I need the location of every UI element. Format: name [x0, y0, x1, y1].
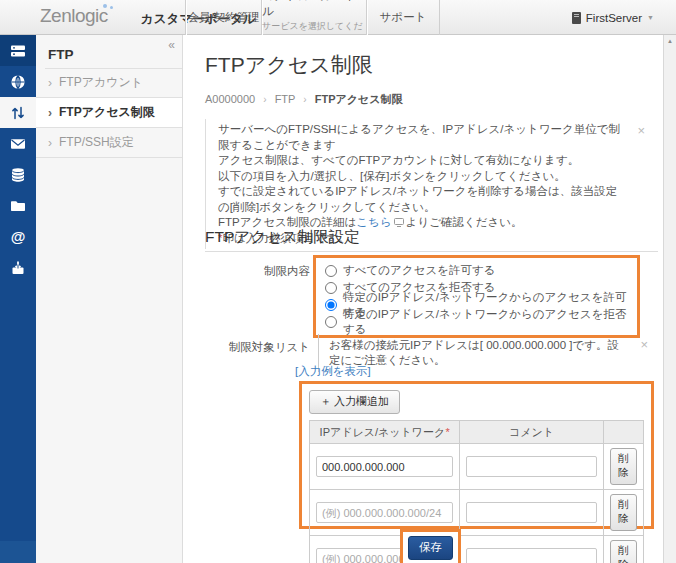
nav-support[interactable]: サポート: [367, 0, 440, 35]
comment-input[interactable]: [466, 502, 597, 523]
submenu-item-label: FTP/SSH設定: [59, 134, 134, 151]
top-header: Zenlogic カスタマーポータル 会員/契約管理 コントロールパネル サービ…: [0, 0, 676, 35]
nav-label: サポート: [380, 10, 427, 25]
menu-icon: [10, 43, 26, 59]
restriction-label: 制限内容: [205, 264, 310, 279]
ip-input[interactable]: [316, 456, 453, 477]
submenu-title: FTP: [48, 47, 74, 62]
submenu-item-label: FTPアカウント: [59, 74, 143, 91]
radio-label: すべてのアクセスを許可する: [343, 263, 495, 278]
details-link[interactable]: こちら: [356, 216, 391, 228]
breadcrumb-item[interactable]: FTP: [275, 93, 296, 105]
breadcrumb-current: FTPアクセス制限: [315, 93, 403, 105]
save-button-highlight: 保存: [400, 529, 461, 563]
add-row-button[interactable]: ＋ 入力欄追加: [309, 390, 400, 414]
database-icon: [10, 167, 26, 183]
radio-deny-specific[interactable]: 特定のIPアドレス/ネットワークからのアクセスを拒否する: [325, 313, 628, 330]
radio-input[interactable]: [325, 265, 337, 277]
delete-button[interactable]: 削除: [610, 448, 637, 485]
mail-icon: [10, 136, 26, 152]
sidebar-item-files[interactable]: [0, 190, 36, 221]
account-name: FirstServer: [586, 12, 642, 24]
rail-footer: [0, 541, 36, 563]
notice-text: よりご確認ください。: [406, 216, 523, 228]
nav-label: コントロールパネル: [262, 0, 366, 19]
radio-input[interactable]: [325, 282, 337, 294]
icon-rail: @: [0, 35, 36, 563]
account-menu[interactable]: FirstServer ▼: [572, 0, 654, 35]
collapse-sidebar-icon[interactable]: «: [168, 38, 175, 52]
close-icon[interactable]: ×: [640, 337, 648, 352]
sidebar-item-install[interactable]: [0, 252, 36, 283]
vertical-scrollbar[interactable]: ▲: [663, 35, 676, 563]
notice-line: 以下の項目を入力/選択し、[保存]ボタンをクリックしてください。: [218, 169, 625, 185]
notice-line: すでに設定されているIPアドレス/ネットワークを削除する場合は、該当設定の[削除…: [218, 184, 625, 215]
main-content: FTPアクセス制限 A0000000 › FTP › FTPアクセス制限 × サ…: [183, 35, 663, 563]
logo-dot-icon: [110, 6, 113, 9]
ip-input[interactable]: [316, 502, 453, 523]
submenu-item-ftp-account[interactable]: › FTPアカウント: [36, 68, 182, 98]
breadcrumb: A0000000 › FTP › FTPアクセス制限: [205, 92, 403, 107]
table-row: 削除: [310, 536, 644, 563]
at-icon: @: [11, 229, 26, 244]
app-window: Zenlogic カスタマーポータル 会員/契約管理 コントロールパネル サービ…: [0, 0, 676, 563]
divider: [205, 251, 658, 252]
scroll-up-arrow-icon[interactable]: ▲: [664, 35, 676, 47]
ip-table-highlight: ＋ 入力欄追加 IPアドレス/ネットワーク* コメント 削除: [299, 381, 654, 529]
breadcrumb-item[interactable]: A0000000: [205, 93, 255, 105]
radio-input[interactable]: [325, 299, 337, 311]
radio-allow-all[interactable]: すべてのアクセスを許可する: [325, 262, 628, 279]
submenu-item-ftp-access-restriction[interactable]: › FTPアクセス制限: [36, 98, 182, 128]
nav-member-contract[interactable]: 会員/契約管理: [185, 0, 262, 35]
show-example-link[interactable]: [入力例を表示]: [295, 364, 371, 379]
close-icon[interactable]: ×: [637, 123, 645, 139]
globe-icon: [10, 74, 26, 90]
nav-label: 会員/契約管理: [187, 10, 259, 25]
zenlogic-logo[interactable]: Zenlogic: [40, 5, 108, 27]
sidebar-item-ftp[interactable]: [0, 97, 36, 128]
comment-input[interactable]: [466, 456, 597, 477]
section-title: FTPアクセス制限設定: [205, 227, 360, 248]
server-icon: [572, 12, 581, 24]
sidebar-item-database[interactable]: [0, 159, 36, 190]
header-nav: 会員/契約管理 コントロールパネル サービスを選択してください サポート: [185, 0, 440, 35]
comment-input[interactable]: [466, 548, 597, 563]
delete-button[interactable]: 削除: [610, 540, 637, 563]
table-row: 削除: [310, 444, 644, 490]
chevron-right-icon: ›: [48, 136, 52, 150]
transfer-icon: [10, 105, 26, 121]
notice-line: アクセス制限は、すべてのFTPアカウントに対して有効になります。: [218, 153, 625, 169]
col-header-comment: コメント: [460, 421, 604, 444]
sidebar-item-web[interactable]: [0, 66, 36, 97]
ip-notice-text: お客様の接続元IPアドレスは[ 00.000.000.000 ]です。設定にご注…: [329, 339, 619, 366]
folder-icon: [10, 198, 26, 214]
install-icon: [10, 260, 26, 276]
col-header-label: コメント: [509, 426, 554, 438]
delete-button[interactable]: 削除: [610, 494, 637, 531]
radio-input[interactable]: [325, 316, 337, 328]
logo-dot-icon: [103, 4, 107, 8]
ip-table: IPアドレス/ネットワーク* コメント 削除 削除: [309, 420, 644, 563]
nav-control-panel[interactable]: コントロールパネル サービスを選択してください: [262, 0, 367, 35]
submenu-item-ftp-ssh-settings[interactable]: › FTP/SSH設定: [36, 128, 182, 158]
breadcrumb-separator: ›: [263, 94, 266, 105]
required-mark: *: [445, 426, 449, 438]
sidebar-item-domain[interactable]: @: [0, 221, 36, 252]
sidebar-item-mail[interactable]: [0, 128, 36, 159]
chevron-right-icon: ›: [48, 106, 52, 120]
ftp-submenu: « FTP › FTPアカウント › FTPアクセス制限 › FTP/SSH設定: [36, 35, 183, 563]
external-link-icon: [394, 218, 404, 227]
chevron-right-icon: ›: [48, 76, 52, 90]
radio-label: 特定のIPアドレス/ネットワークからのアクセスを拒否する: [343, 307, 628, 337]
breadcrumb-separator: ›: [303, 94, 306, 105]
chevron-down-icon: ▼: [647, 14, 654, 21]
save-button[interactable]: 保存: [408, 536, 453, 560]
col-header-actions: [603, 421, 643, 444]
sidebar-item-menu[interactable]: [0, 35, 36, 66]
target-list-label: 制限対象リスト: [205, 340, 310, 355]
col-header-ip: IPアドレス/ネットワーク*: [310, 421, 460, 444]
submenu-item-label: FTPアクセス制限: [59, 104, 155, 121]
col-header-label: IPアドレス/ネットワーク: [320, 426, 446, 438]
table-header-row: IPアドレス/ネットワーク* コメント: [310, 421, 644, 444]
notice-line: サーバーへのFTP/SSHによるアクセスを、IPアドレス/ネットワーク単位で制限…: [218, 122, 625, 153]
